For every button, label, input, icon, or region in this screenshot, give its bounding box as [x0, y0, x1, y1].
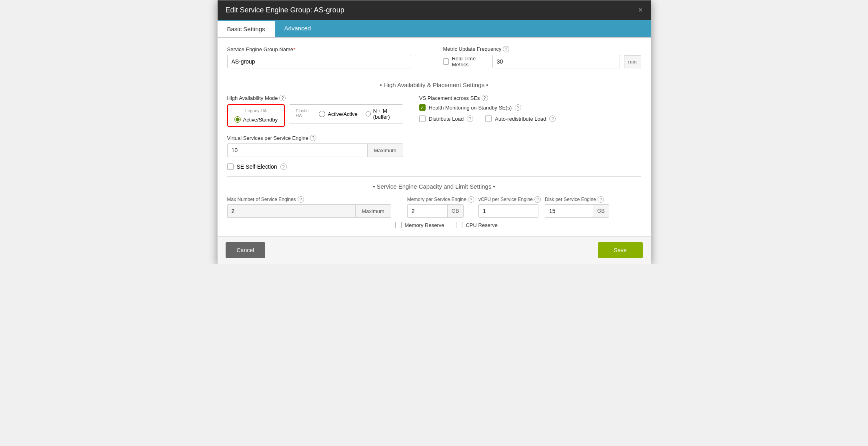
service-engine-name-input[interactable] — [227, 55, 411, 68]
disk-input-group: GB — [545, 204, 609, 218]
modal-header: Edit Service Engine Group: AS-group × — [218, 0, 651, 20]
tab-basic-settings[interactable]: Basic Settings — [218, 20, 275, 37]
n-m-buffer-radio[interactable] — [366, 111, 371, 117]
virtual-services-input-group: Maximum — [227, 143, 403, 157]
virtual-services-label: Virtual Services per Service Engine ? — [227, 135, 403, 141]
edit-modal: Edit Service Engine Group: AS-group × Ba… — [217, 0, 651, 264]
cpu-reserve-label: CPU Reserve — [466, 222, 497, 228]
disk-input[interactable] — [545, 204, 593, 218]
distribute-load-group: Distribute Load ? — [419, 115, 473, 122]
metric-help-icon: ? — [503, 46, 509, 52]
reserve-checkboxes-row: Memory Reserve CPU Reserve — [395, 222, 641, 228]
max-se-group: Max Number of Service Engines ? Maximum — [227, 196, 391, 218]
distribute-load-help-icon: ? — [467, 115, 473, 122]
memory-input-group: GB — [407, 204, 474, 218]
service-engine-name-label: Service Engine Group Name* — [227, 46, 411, 52]
vs-placement-label: VS Placement across SEs ? — [419, 95, 641, 101]
ha-mode-label: High Availability Mode ? — [227, 95, 403, 101]
real-time-metrics-checkbox-group: Real-Time Metrics — [443, 56, 488, 68]
real-time-metrics-label: Real-Time Metrics — [452, 56, 488, 68]
vcpu-per-se-group: vCPU per Service Engine ? — [478, 196, 541, 218]
vcpu-per-se-help-icon: ? — [534, 196, 541, 203]
ha-mode-help-icon: ? — [279, 95, 286, 101]
health-monitoring-group: ✓ Health Monitoring on Standby SE(s) ? — [419, 104, 641, 111]
n-m-buffer-label: N + M (buffer) — [373, 108, 396, 120]
tab-bar: Basic Settings Advanced — [218, 20, 651, 38]
memory-reserve-checkbox[interactable] — [395, 222, 402, 228]
max-se-maximum-button[interactable]: Maximum — [355, 204, 391, 218]
disk-per-se-label: Disk per Service Engine ? — [545, 196, 609, 203]
max-se-input-group: Maximum — [227, 204, 391, 218]
metric-row: Real-Time Metrics min — [443, 55, 641, 68]
metric-update-group: Metric Update Frequency ? Real-Time Metr… — [443, 46, 641, 68]
modal-footer: Cancel Save — [218, 236, 651, 264]
memory-unit: GB — [447, 204, 464, 218]
health-monitoring-help-icon: ? — [515, 104, 521, 111]
real-time-metrics-checkbox[interactable] — [443, 58, 449, 65]
capacity-section: Max Number of Service Engines ? Maximum … — [227, 196, 641, 228]
capacity-section-title: • Service Engine Capacity and Limit Sett… — [227, 183, 641, 190]
ha-left: High Availability Mode ? Legacy HA Activ… — [227, 95, 403, 170]
se-self-election-checkbox[interactable] — [227, 163, 234, 170]
metric-value-input[interactable] — [492, 55, 620, 68]
ha-section-title: • High Availability & Placement Settings… — [227, 82, 641, 88]
close-button[interactable]: × — [638, 6, 643, 14]
required-star: * — [293, 46, 295, 52]
active-standby-label: Active/Standby — [243, 117, 278, 123]
legacy-ha-header: Legacy HA — [245, 108, 267, 113]
virtual-services-input[interactable] — [227, 143, 367, 157]
n-m-buffer-option[interactable]: N + M (buffer) — [366, 108, 396, 120]
tab-advanced[interactable]: Advanced — [275, 20, 321, 37]
max-se-help-icon: ? — [298, 196, 304, 203]
virtual-services-group: Virtual Services per Service Engine ? Ma… — [227, 135, 403, 157]
memory-reserve-group: Memory Reserve — [395, 222, 444, 228]
modal-body: Service Engine Group Name* Metric Update… — [218, 38, 651, 236]
divider-1 — [227, 75, 641, 75]
memory-per-se-help-icon: ? — [468, 196, 474, 203]
auto-redistribute-load-help-icon: ? — [549, 115, 556, 122]
cpu-reserve-group: CPU Reserve — [456, 222, 497, 228]
ha-modes-container: Legacy HA Active/Standby Elastic HA — [227, 104, 403, 127]
distribute-load-row: Distribute Load ? Auto-redistribute Load… — [419, 115, 641, 122]
active-standby-radio[interactable] — [234, 116, 241, 123]
se-self-election-label: SE Self-Election — [237, 163, 277, 170]
save-button[interactable]: Save — [598, 242, 643, 258]
vcpu-per-se-label: vCPU per Service Engine ? — [478, 196, 541, 203]
health-monitoring-checkbox[interactable]: ✓ — [419, 104, 426, 111]
ha-right: VS Placement across SEs ? ✓ Health Monit… — [419, 95, 641, 170]
virtual-services-maximum-button[interactable]: Maximum — [367, 143, 403, 157]
legacy-ha-box[interactable]: Legacy HA Active/Standby — [227, 104, 285, 127]
memory-input[interactable] — [407, 204, 447, 218]
disk-per-se-group: Disk per Service Engine ? GB — [545, 196, 609, 218]
virtual-services-help-icon: ? — [310, 135, 316, 141]
active-active-label: Active/Active — [328, 111, 357, 117]
se-self-election-help-icon: ? — [280, 163, 287, 170]
disk-unit: GB — [593, 204, 609, 218]
memory-per-se-group: Memory per Service Engine ? GB — [407, 196, 474, 218]
distribute-load-checkbox[interactable] — [419, 115, 426, 122]
distribute-load-label: Distribute Load — [429, 116, 464, 122]
se-self-election-group: SE Self-Election ? — [227, 163, 403, 170]
max-se-input[interactable] — [227, 204, 355, 218]
active-active-radio[interactable] — [319, 111, 325, 117]
auto-redistribute-load-checkbox[interactable] — [485, 115, 492, 122]
auto-redistribute-load-label: Auto-redistribute Load — [495, 116, 546, 122]
disk-per-se-help-icon: ? — [598, 196, 604, 203]
memory-reserve-label: Memory Reserve — [405, 222, 444, 228]
health-monitoring-label: Health Monitoring on Standby SE(s) — [429, 105, 512, 111]
capacity-inputs-row: Max Number of Service Engines ? Maximum … — [227, 196, 641, 218]
memory-per-se-label: Memory per Service Engine ? — [407, 196, 474, 203]
modal-title: Edit Service Engine Group: AS-group — [226, 6, 344, 14]
cancel-button[interactable]: Cancel — [226, 242, 266, 258]
elastic-ha-box[interactable]: Elastic HA Active/Active N + M (buffer) — [289, 104, 403, 123]
elastic-ha-header: Elastic HA — [296, 108, 311, 118]
cpu-reserve-checkbox[interactable] — [456, 222, 462, 228]
max-se-label: Max Number of Service Engines ? — [227, 196, 391, 203]
vcpu-input[interactable] — [478, 204, 538, 218]
metric-unit: min — [624, 55, 641, 68]
active-active-option[interactable]: Active/Active — [319, 111, 357, 117]
top-form-row: Service Engine Group Name* Metric Update… — [227, 46, 641, 68]
active-standby-option[interactable]: Active/Standby — [234, 116, 278, 123]
service-engine-name-group: Service Engine Group Name* — [227, 46, 411, 68]
vs-placement-help-icon: ? — [482, 95, 488, 101]
